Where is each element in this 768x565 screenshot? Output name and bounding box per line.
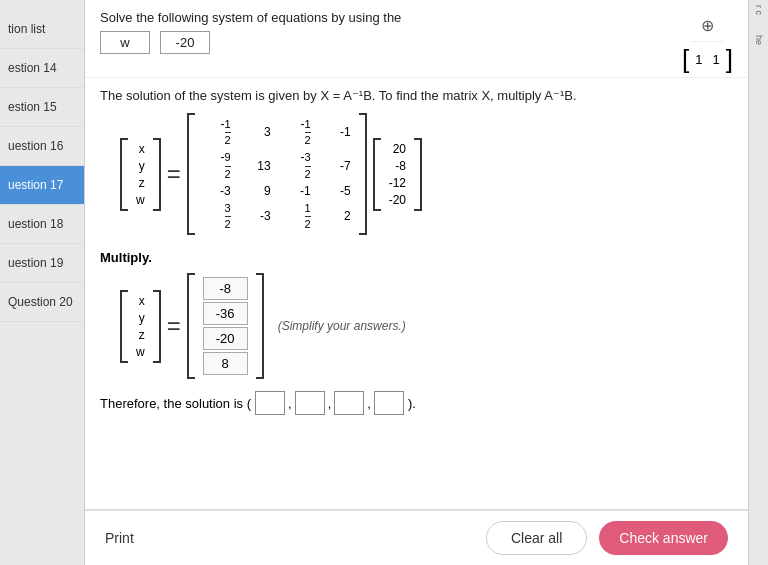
answer-x[interactable]: -8 (203, 277, 248, 300)
solution-input-1[interactable] (255, 391, 285, 415)
check-answer-button[interactable]: Check answer (599, 521, 728, 555)
matrix-equation: x y z w = -12 3 -12 (120, 113, 733, 235)
header-matrix: 1 1 (689, 52, 725, 67)
multiply-section: Multiply. x y z w = (100, 250, 733, 379)
print-button[interactable]: Print (105, 530, 134, 546)
toolbar: ⊕ (691, 10, 724, 42)
solution-input-2[interactable] (295, 391, 325, 415)
insert-button[interactable]: ⊕ (695, 14, 720, 37)
input-w[interactable]: w (100, 31, 150, 54)
answer-y[interactable]: -36 (203, 302, 248, 325)
sidebar-item-q18[interactable]: uestion 18 (0, 205, 84, 244)
sidebar-item-q19[interactable]: uestion 19 (0, 244, 84, 283)
sidebar-item-q17[interactable]: uestion 17 (0, 166, 84, 205)
solution-input-4[interactable] (374, 391, 404, 415)
sidebar-item-q14[interactable]: estion 14 (0, 49, 84, 88)
multiply-label: Multiply. (100, 250, 733, 265)
inverse-matrix: -12 3 -12 -1 -92 13 -32 -7 -3 (187, 113, 367, 235)
result-vector: -8 -36 -20 8 (187, 273, 264, 379)
solution-description: The solution of the system is given by X… (100, 88, 733, 103)
solution-input-3[interactable] (334, 391, 364, 415)
solution-inputs: , , , (255, 391, 404, 415)
open-bracket-icon: [ (682, 46, 689, 72)
content-area: The solution of the system is given by X… (85, 78, 748, 509)
main-content: Solve the following system of equations … (85, 0, 748, 565)
multiply-equation: x y z w = -8 (120, 273, 733, 379)
footer-actions: Clear all Check answer (486, 521, 728, 555)
right-sidebar: r c he (748, 0, 768, 565)
variable-vector: x y z w (120, 138, 161, 211)
b-vector: 20 -8 -12 -20 (373, 138, 422, 211)
answer-z[interactable]: -20 (203, 327, 248, 350)
problem-instruction: Solve the following system of equations … (100, 10, 672, 54)
question-list-sidebar: tion list estion 14 estion 15 uestion 16… (0, 0, 85, 565)
answer-w[interactable]: 8 (203, 352, 248, 375)
footer: Print Clear all Check answer (85, 509, 748, 565)
result-variable-vector: x y z w (120, 290, 161, 363)
simplify-note: (Simplify your answers.) (278, 319, 406, 333)
problem-header: Solve the following system of equations … (85, 0, 748, 78)
equals-sign-2: = (167, 312, 181, 340)
sidebar-item-q20[interactable]: Question 20 (0, 283, 84, 322)
right-hint-2: he (754, 35, 764, 45)
sidebar-item-list[interactable]: tion list (0, 10, 84, 49)
therefore-section: Therefore, the solution is ( , , , ). (100, 391, 733, 415)
sidebar-item-q15[interactable]: estion 15 (0, 88, 84, 127)
equals-sign: = (167, 160, 181, 188)
right-hint-1: r c (754, 5, 764, 15)
sidebar-item-q16[interactable]: uestion 16 (0, 127, 84, 166)
close-bracket-icon: ] (726, 46, 733, 72)
clear-all-button[interactable]: Clear all (486, 521, 587, 555)
input-neg20[interactable]: -20 (160, 31, 210, 54)
